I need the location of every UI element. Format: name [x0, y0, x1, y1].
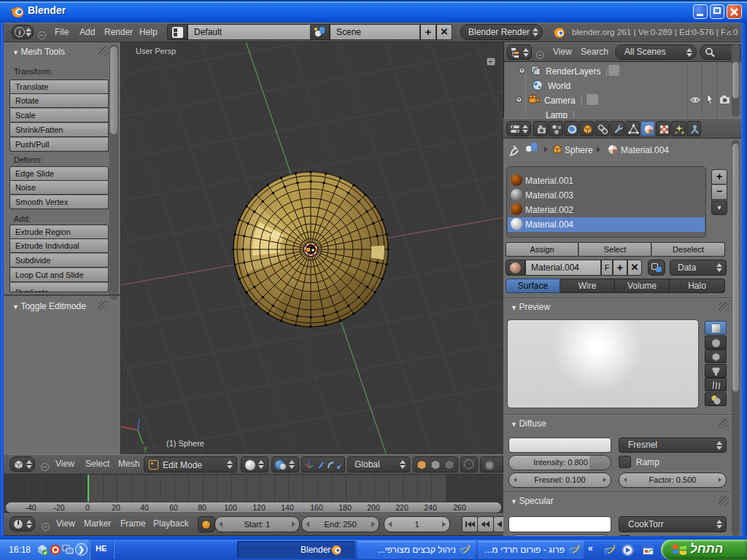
svg-text:User Persp: User Persp [136, 47, 176, 55]
svg-text:e: e [569, 544, 574, 556]
svg-text:e: e [460, 544, 465, 556]
svg-text:y: y [144, 444, 147, 452]
svg-text:+: + [489, 58, 493, 66]
svg-text:(1) Sphere: (1) Sphere [166, 439, 204, 448]
